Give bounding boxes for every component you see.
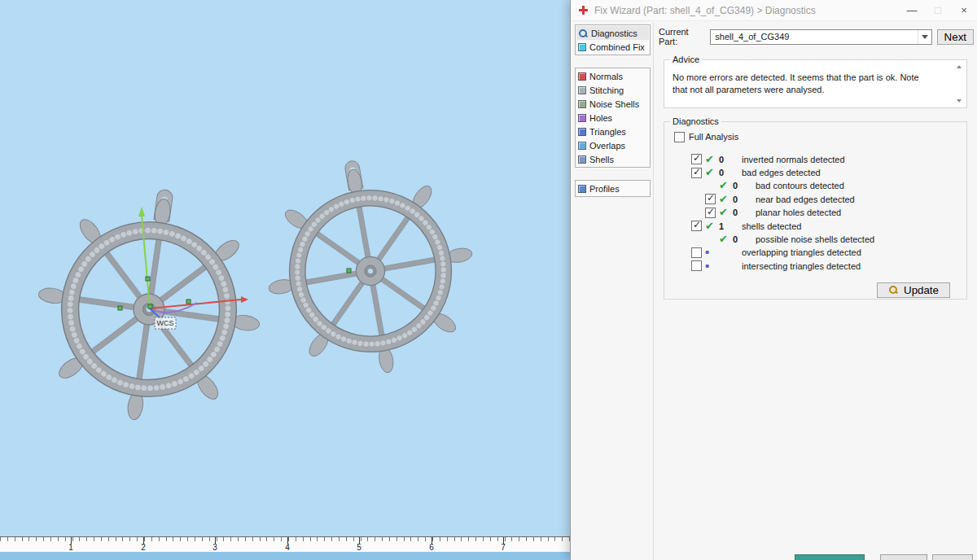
sidebar-item-combined-fix[interactable]: Combined Fix [576, 40, 649, 54]
sidebar-item-profiles[interactable]: Profiles [576, 182, 649, 195]
partial-button[interactable] [880, 554, 927, 560]
diagnostic-count: 0 [733, 181, 746, 190]
sidebar-item-label: Profiles [589, 184, 620, 194]
sidebar-divider [653, 23, 654, 560]
maximize-button[interactable]: □ [925, 1, 951, 20]
viewport-3d[interactable]: WCS 1 2 3 4 5 6 7 [0, 0, 570, 560]
triangles-icon [578, 128, 586, 136]
ruler-number: 3 [212, 543, 217, 552]
bad-edges-checkbox[interactable] [691, 168, 702, 178]
check-icon: ✔ [719, 208, 733, 217]
diagnostic-row: ✔ 0 inverted normals detected [671, 153, 960, 166]
diagnostics-legend: Diagnostics [670, 116, 721, 126]
sidebar-item-noise-shells[interactable]: Noise Shells [576, 97, 649, 111]
inverted-normals-checkbox[interactable] [691, 154, 702, 164]
sidebar-item-diagnostics[interactable]: Diagnostics [576, 26, 649, 40]
advice-text: No more errors are detected. It seems th… [671, 70, 956, 101]
next-button[interactable]: Next [937, 29, 974, 45]
sidebar-item-triangles[interactable]: Triangles [576, 125, 649, 138]
sidebar-item-label: Combined Fix [589, 42, 645, 52]
full-analysis-checkbox[interactable] [674, 132, 685, 142]
diagnostic-row: ✔ 0 bad contours detected [671, 179, 960, 192]
sidebar-item-holes[interactable]: Holes [576, 111, 649, 125]
diagnostic-label: near bad edges detected [756, 195, 855, 204]
check-icon: ✔ [719, 234, 733, 244]
intersecting-triangles-checkbox[interactable] [691, 260, 702, 271]
stitching-icon [578, 86, 586, 94]
sidebar-item-label: Holes [589, 113, 612, 123]
overlaps-icon [578, 142, 586, 150]
horizontal-ruler: 1 2 3 4 5 6 7 [0, 536, 570, 552]
planar-holes-checkbox[interactable] [705, 208, 716, 218]
profiles-icon [578, 185, 586, 193]
fix-wizard-dialog: Fix Wizard (Part: shell_4_of_CG349) > Di… [570, 0, 977, 560]
current-part-select[interactable]: shell_4_of_CG349 [710, 29, 931, 45]
diagnostic-label: possible noise shells detected [756, 234, 874, 244]
dialog-titlebar[interactable]: Fix Wizard (Part: shell_4_of_CG349) > Di… [571, 0, 977, 21]
partial-button[interactable] [932, 554, 973, 560]
advice-groupbox: Advice No more errors are detected. It s… [664, 59, 967, 108]
minimize-button[interactable]: — [899, 1, 925, 20]
svg-text:WCS: WCS [157, 319, 174, 327]
noise-shells-icon [578, 100, 586, 108]
combined-fix-icon [578, 43, 586, 51]
scroll-up-icon[interactable] [957, 65, 962, 68]
handle-marker[interactable] [146, 277, 150, 281]
dialog-title: Fix Wizard (Part: shell_4_of_CG349) > Di… [594, 5, 899, 16]
overlapping-triangles-checkbox[interactable] [691, 247, 702, 258]
full-analysis-label: Full Analysis [689, 132, 738, 142]
diagnostics-groupbox: Diagnostics Full Analysis ✔ 0 inverted n… [664, 121, 967, 300]
diagnostic-label: overlapping triangles detected [742, 247, 861, 257]
diagnostic-label: intersecting triangles detected [742, 261, 861, 271]
diagnostic-count: 0 [719, 155, 732, 164]
close-button[interactable]: × [951, 1, 977, 20]
ship-wheel-right[interactable] [249, 143, 489, 391]
handle-marker[interactable] [148, 304, 152, 308]
wcs-label: WCS [155, 317, 176, 329]
sidebar-item-label: Overlaps [589, 141, 625, 151]
magnifier-icon [578, 28, 588, 38]
sidebar-item-label: Diagnostics [591, 28, 637, 38]
sidebar-item-label: Triangles [589, 127, 626, 137]
update-button-label: Update [904, 284, 939, 296]
sidebar-item-label: Normals [589, 72, 623, 81]
wizard-main-pane: Current Part: shell_4_of_CG349 Next Advi… [655, 23, 974, 300]
diagnostic-label: planar holes detected [756, 208, 841, 217]
holes-icon [578, 114, 586, 122]
shells-checkbox[interactable] [691, 221, 702, 231]
diagnostic-count: 0 [719, 168, 732, 177]
near-bad-edges-checkbox[interactable] [705, 194, 716, 204]
nav-group-tools: Normals Stitching Noise Shells Holes Tri… [575, 68, 651, 168]
handle-marker[interactable] [118, 306, 122, 310]
diagnostic-row: ✔ 1 shells detected [671, 220, 960, 233]
horizontal-scrollbar[interactable] [0, 552, 570, 560]
diagnostic-row: • overlapping triangles detected [671, 246, 960, 259]
sidebar-item-label: Shells [589, 155, 614, 164]
sidebar-item-label: Noise Shells [589, 99, 639, 109]
viewport-canvas[interactable]: WCS [0, 0, 570, 533]
scroll-down-icon[interactable] [957, 99, 962, 103]
advice-scrollbar[interactable] [954, 63, 964, 104]
normals-icon [578, 72, 586, 81]
ruler-number: 5 [357, 543, 361, 552]
sidebar-item-shells[interactable]: Shells [576, 152, 649, 166]
diagnostic-count: 0 [733, 195, 746, 204]
handle-marker[interactable] [347, 269, 351, 273]
diagnostic-count: 1 [719, 221, 732, 231]
ruler-number: 7 [501, 543, 506, 552]
diagnostic-label: bad contours detected [756, 181, 844, 190]
combo-arrow-box[interactable] [918, 30, 931, 44]
handle-marker[interactable] [186, 300, 191, 304]
diagnostic-row: ✔ 0 bad edges detected [671, 166, 960, 179]
diagnostic-count: 0 [733, 208, 746, 217]
wizard-sidebar: Diagnostics Combined Fix Normals Stitchi… [575, 24, 651, 209]
sidebar-item-normals[interactable]: Normals [576, 69, 649, 83]
sidebar-item-overlaps[interactable]: Overlaps [576, 138, 649, 152]
partial-button-green[interactable] [795, 554, 865, 560]
update-button[interactable]: Update [877, 282, 950, 298]
sidebar-item-stitching[interactable]: Stitching [576, 83, 649, 97]
diagnostic-label: bad edges detected [742, 168, 821, 177]
full-analysis-row: Full Analysis [674, 132, 960, 142]
check-icon: ✔ [705, 168, 719, 177]
sidebar-item-label: Stitching [589, 85, 624, 95]
